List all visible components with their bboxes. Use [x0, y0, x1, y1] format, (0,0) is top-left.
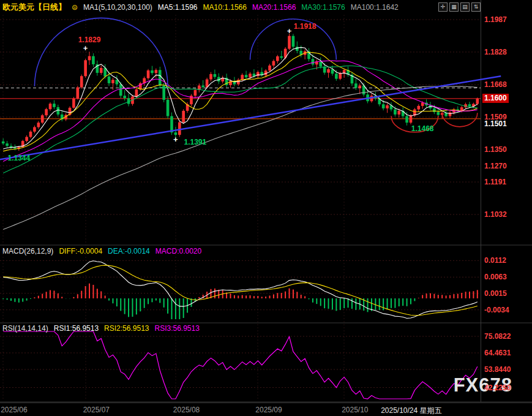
rsi-header: RSI(14,14,14) RSI1:56.9513RSI2:56.9513RS… [2, 324, 205, 333]
grid-layout-icon[interactable]: ▦ [449, 2, 459, 12]
price-axis-label: 1.1828 [484, 48, 507, 56]
macd-value-label-2: MACD:0.0020 [155, 247, 201, 255]
date-axis-label[interactable]: 2025/07 [83, 406, 110, 414]
price-annotation: 1.1391 [184, 138, 207, 146]
rsi-axis-label: 42.2250 [484, 384, 511, 392]
rsi-value-label-2: RSI3:56.9513 [155, 324, 200, 333]
peak-marker-icon: + [287, 26, 292, 36]
rsi-params-label: RSI(14,14,14) [2, 324, 48, 333]
ma-value-label-3: MA30:1.1576 [301, 3, 345, 12]
rows-layout-icon[interactable]: ▤ [460, 2, 470, 12]
date-axis-label[interactable]: 2025/08 [173, 406, 200, 414]
ma-params-label: MA1(5,10,20,30,100) [83, 3, 152, 12]
ma-value-label-2: MA20:1.1566 [252, 3, 296, 12]
price-axis-label: 1.1350 [484, 145, 507, 154]
rsi-value-label-1: RSI2:56.9513 [104, 324, 149, 333]
chart-canvas[interactable]: 1.1829+1.1918+1.1344+1.13911.1468 [0, 0, 532, 416]
peak-marker-icon: + [173, 135, 178, 144]
price-axis-label: 1.1668 [484, 80, 507, 89]
rsi-axis-label: 64.4631 [484, 349, 511, 357]
price-annotation: 1.1344 [7, 154, 30, 162]
macd-params-label: MACD(26,12,9) [2, 247, 53, 255]
trading-chart-app: 1.1829+1.1918+1.1344+1.13911.1468 欧元美元【日… [0, 0, 532, 416]
price-axis-label: 1.1270 [484, 162, 507, 170]
scale-toggle-icon[interactable]: ⇅ [471, 2, 481, 12]
crosshair-icon[interactable]: ✛ [438, 2, 448, 12]
peak-marker-icon: + [83, 43, 88, 53]
price-axis-label: 1.1032 [484, 210, 507, 219]
last-price-badge: 1.1600 [482, 94, 509, 103]
ma-value-label-4: MA100:1.1642 [351, 3, 399, 12]
macd-axis-label: 0.0063 [484, 273, 507, 281]
macd-values: DIFF:-0.0004DEA:-0.0014MACD:0.0020 [59, 247, 207, 255]
price-annotation: 1.1468 [411, 124, 434, 133]
main-chart-header: 欧元美元【日线】 ⊜ MA1(5,10,20,30,100) MA5:1.159… [2, 2, 404, 13]
indicator-settings-icon[interactable]: ⊜ [72, 3, 78, 12]
macd-axis-label: 0.0112 [484, 256, 506, 265]
date-axis-label[interactable]: 2025/09 [255, 406, 282, 414]
rsi-axis-label: 53.8440 [484, 365, 511, 374]
chart-toolbar: ✛▦▤⇅ [438, 2, 481, 12]
symbol-title: 欧元美元【日线】 [2, 2, 66, 13]
macd-value-label-1: DEA:-0.0014 [108, 247, 150, 255]
macd-axis-label: 0.0015 [484, 289, 507, 298]
ma-value-label-1: MA10:1.1566 [203, 3, 247, 12]
price-annotation: 1.1829 [78, 36, 101, 44]
date-axis-label[interactable]: 2025/10 [342, 406, 368, 414]
rsi-value-label-0: RSI1:56.9513 [54, 324, 99, 333]
macd-axis-label: -0.0034 [484, 306, 509, 314]
support-level-label: 1.1501 [482, 119, 509, 129]
rsi-axis-label: 75.0822 [484, 332, 511, 341]
ma-values: MA5:1.1596MA10:1.1566MA20:1.1566MA30:1.1… [158, 3, 404, 12]
ma-value-label-0: MA5:1.1596 [158, 3, 198, 12]
date-axis-label[interactable]: 2025/06 [1, 406, 27, 414]
date-axis-label[interactable]: 2025/10/24 星期五 [381, 406, 441, 416]
price-axis-label: 1.1987 [484, 15, 507, 24]
price-annotation: 1.1918 [294, 22, 317, 31]
macd-value-label-0: DIFF:-0.0004 [59, 247, 102, 255]
rsi-values: RSI1:56.9513RSI2:56.9513RSI3:56.9513 [54, 324, 205, 333]
macd-header: MACD(26,12,9) DIFF:-0.0004DEA:-0.0014MAC… [2, 247, 207, 255]
price-axis-label: 1.1191 [484, 178, 506, 186]
